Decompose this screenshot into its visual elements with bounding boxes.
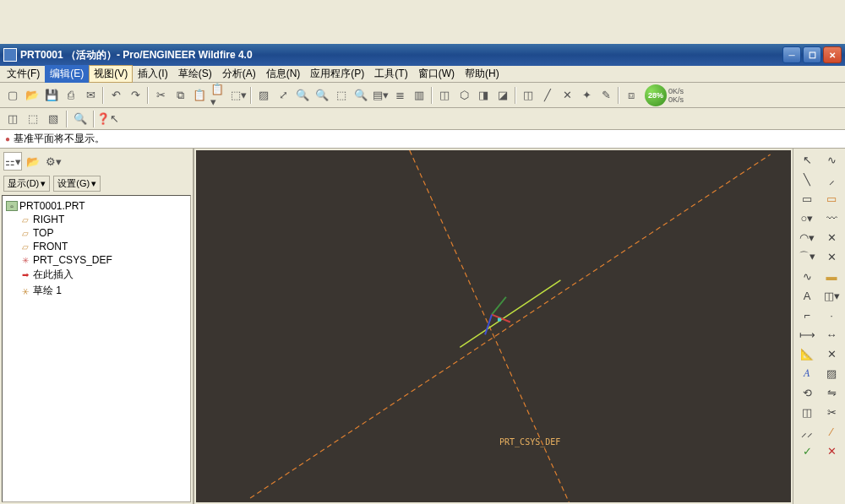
- hidden-line-icon[interactable]: ◨: [474, 86, 493, 105]
- model-tree[interactable]: ▫ PRT0001.PRT ▱ RIGHT ▱ TOP ▱ FRONT: [2, 195, 191, 502]
- tree-item-front[interactable]: ▱ FRONT: [6, 240, 187, 253]
- wireframe-icon[interactable]: ⬡: [455, 86, 473, 105]
- tree-item-csys[interactable]: ✳ PRT_CSYS_DEF: [6, 253, 187, 267]
- zoom-out-icon[interactable]: 🔍: [313, 86, 331, 105]
- datum-csys-icon[interactable]: ✦: [577, 86, 596, 105]
- dim-ref-icon[interactable]: ↔: [820, 325, 843, 344]
- 3d-viewport[interactable]: PRT_CSYS_DEF: [196, 150, 791, 502]
- scale-icon[interactable]: ◫: [795, 403, 819, 421]
- display-style-icon[interactable]: ◫: [435, 86, 454, 105]
- settings-dropdown[interactable]: 设置(G) ▾: [53, 176, 101, 192]
- chain-icon[interactable]: ⬚: [24, 110, 42, 128]
- cancel-icon[interactable]: ✕: [820, 442, 843, 460]
- close-button[interactable]: ✕: [823, 46, 842, 63]
- datum-point-icon[interactable]: ✕: [558, 86, 576, 105]
- menu-help[interactable]: 帮助(H): [460, 65, 504, 83]
- line-icon[interactable]: ╲: [795, 170, 819, 188]
- tree-root[interactable]: ▫ PRT0001.PRT: [6, 199, 187, 213]
- select-mode-icon[interactable]: ◫: [3, 110, 22, 128]
- extend-icon[interactable]: ⸝⸝: [795, 422, 819, 441]
- tree-item-right[interactable]: ▱ RIGHT: [6, 213, 187, 226]
- tree-item-insert-here[interactable]: ➡ 在此插入: [6, 267, 187, 283]
- refit-icon[interactable]: ⤢: [274, 86, 292, 105]
- find-icon[interactable]: 🔍: [71, 110, 90, 128]
- offset-edge-icon[interactable]: ▬: [820, 267, 843, 285]
- orient-icon[interactable]: 🔍: [352, 86, 370, 105]
- text2-icon[interactable]: 𝐴: [795, 364, 819, 382]
- copy-icon[interactable]: ⧉: [171, 86, 189, 105]
- paste-special-icon[interactable]: 📋▾: [210, 86, 228, 105]
- menu-analysis[interactable]: 分析(A): [217, 65, 261, 83]
- arc-icon[interactable]: ◠▾: [795, 228, 819, 247]
- print-icon[interactable]: ⎙: [62, 86, 80, 105]
- chamfer-icon[interactable]: ✕: [820, 247, 843, 266]
- point-icon[interactable]: ✕: [820, 228, 843, 247]
- text-icon[interactable]: A: [795, 286, 819, 305]
- menu-tools[interactable]: 工具(T): [369, 65, 412, 83]
- view-manager-icon[interactable]: ▥: [410, 86, 428, 105]
- zoom-in-icon[interactable]: 🔍: [293, 86, 312, 105]
- tree-settings-icon[interactable]: ⚙▾: [44, 152, 63, 171]
- whats-this-icon[interactable]: ❓↖: [98, 110, 117, 128]
- part-icon: ▫: [6, 201, 18, 211]
- constraint-icon[interactable]: ✕: [820, 344, 843, 363]
- selection-icon[interactable]: ⬚▾: [229, 86, 248, 105]
- ref-rectangle-icon[interactable]: ▭: [820, 189, 843, 208]
- curve-icon[interactable]: ∿: [795, 267, 819, 285]
- cut-icon[interactable]: ✂: [151, 86, 170, 105]
- new-icon[interactable]: ▢: [3, 86, 22, 105]
- shaded-icon[interactable]: ◪: [493, 86, 512, 105]
- trim-icon[interactable]: ✂: [820, 403, 843, 421]
- paste-icon[interactable]: 📋: [190, 86, 209, 105]
- menu-view[interactable]: 视图(V): [89, 65, 133, 83]
- centerline2-icon[interactable]: ⌐: [795, 306, 819, 324]
- menu-applications[interactable]: 应用程序(P): [305, 65, 369, 83]
- layers-icon[interactable]: ≣: [390, 86, 409, 105]
- mirror-icon[interactable]: ⟲: [795, 383, 819, 402]
- display-dropdown[interactable]: 显示(D) ▾: [3, 176, 50, 192]
- titlebar[interactable]: PRT0001 （活动的）- Pro/ENGINEER Wildfire 4.0…: [0, 44, 845, 66]
- select-icon[interactable]: ↖: [795, 150, 819, 169]
- tree-open-icon[interactable]: 📂: [24, 152, 42, 171]
- zoom-window-icon[interactable]: ⬚: [332, 86, 351, 105]
- datum-axis-icon[interactable]: ╱: [538, 86, 557, 105]
- performance-indicator: 28% 0K/s 0K/s: [645, 84, 684, 106]
- regenerate-icon[interactable]: ▨: [254, 86, 273, 105]
- hatch-icon[interactable]: ▨: [820, 364, 843, 382]
- surface-icon[interactable]: ▧: [44, 110, 63, 128]
- undo-icon[interactable]: ↶: [106, 86, 125, 105]
- save-icon[interactable]: 💾: [42, 86, 61, 105]
- menu-window[interactable]: 窗口(W): [413, 65, 460, 83]
- email-icon[interactable]: ✉: [81, 86, 100, 105]
- circle-icon[interactable]: ○▾: [795, 209, 819, 227]
- rectangle-icon[interactable]: ▭: [795, 189, 819, 208]
- menu-info[interactable]: 信息(N): [261, 65, 306, 83]
- menu-file[interactable]: 文件(F): [2, 65, 45, 83]
- maximize-button[interactable]: ☐: [803, 46, 821, 63]
- tree-item-top[interactable]: ▱ TOP: [6, 226, 187, 240]
- tree-filter-icon[interactable]: ⚏▾: [3, 152, 22, 171]
- divide-icon[interactable]: ∕: [820, 422, 843, 441]
- menu-edit[interactable]: 编辑(E): [45, 65, 89, 83]
- point2-icon[interactable]: ·: [820, 306, 843, 324]
- modify-icon[interactable]: 📐: [795, 344, 819, 363]
- line-chain-icon[interactable]: ∿: [820, 150, 843, 169]
- menu-sketch[interactable]: 草绘(S): [173, 65, 217, 83]
- menu-insert[interactable]: 插入(I): [133, 65, 172, 83]
- sketch-icon: ⚹: [19, 286, 31, 296]
- palette-icon[interactable]: ◫▾: [820, 286, 843, 305]
- saved-view-icon[interactable]: ▤▾: [371, 86, 390, 105]
- centerline-icon[interactable]: ⸝: [820, 170, 843, 188]
- datum-plane-icon[interactable]: ◫: [519, 86, 537, 105]
- dim-icon[interactable]: ⟼: [795, 325, 819, 344]
- model-tree-icon[interactable]: ⧈: [622, 86, 641, 105]
- spline-icon[interactable]: 〰: [820, 209, 843, 227]
- fillet-icon[interactable]: ⌒▾: [795, 247, 819, 266]
- done-icon[interactable]: ✓: [795, 442, 819, 460]
- minimize-button[interactable]: ─: [782, 46, 801, 63]
- redo-icon[interactable]: ↷: [126, 86, 144, 105]
- open-icon[interactable]: 📂: [23, 86, 41, 105]
- annotation-icon[interactable]: ✎: [597, 86, 615, 105]
- mirror2-icon[interactable]: ⇋: [820, 383, 843, 402]
- tree-item-sketch[interactable]: ⚹ 草绘 1: [6, 283, 187, 299]
